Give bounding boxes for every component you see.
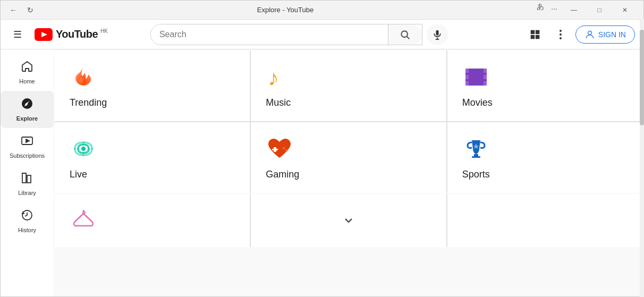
svg-rect-9 (531, 35, 535, 39)
app-shell: ☰ YouTube HK (1, 20, 643, 297)
microphone-button[interactable] (427, 24, 448, 45)
title-bar-nav: ← ↻ (7, 4, 37, 16)
svg-text:♪: ♪ (268, 65, 279, 90)
sidebar-history-label: History (18, 227, 36, 233)
sidebar-home-label: Home (19, 78, 35, 84)
sports-icon (462, 135, 490, 163)
empty-cell-3 (447, 194, 642, 247)
svg-point-2 (402, 31, 408, 37)
scrollbar[interactable] (640, 49, 643, 297)
logo-text: YouTube (56, 28, 98, 40)
svg-rect-37 (474, 154, 478, 156)
sidebar-item-explore[interactable]: Explore (1, 91, 54, 128)
close-button[interactable]: ✕ (613, 1, 637, 20)
sidebar-item-home[interactable]: Home (1, 54, 54, 91)
maximize-button[interactable]: □ (587, 1, 612, 20)
live-label: Live (70, 169, 235, 180)
window-controls: あ ... — □ ✕ (534, 1, 637, 20)
grid-button[interactable] (524, 24, 546, 45)
tab-title: Explore - YouTube (37, 6, 534, 14)
music-label: Music (266, 97, 431, 108)
search-area (150, 24, 448, 45)
music-icon: ♪ (266, 63, 293, 91)
svg-rect-34 (272, 149, 278, 150)
svg-point-35 (283, 147, 285, 149)
logo-icon (35, 28, 53, 41)
sidebar-explore-label: Explore (16, 115, 38, 122)
svg-rect-7 (531, 30, 535, 34)
movies-icon (462, 63, 490, 91)
category-live[interactable]: Live (55, 122, 250, 193)
svg-rect-8 (536, 30, 540, 34)
svg-line-3 (407, 36, 410, 39)
logo-region: HK (100, 28, 108, 34)
svg-rect-26 (465, 69, 469, 73)
svg-rect-19 (22, 173, 26, 183)
movies-label: Movies (462, 97, 628, 108)
header-right: SIGN IN (524, 24, 635, 45)
more-button[interactable]: ... (548, 1, 561, 13)
svg-rect-31 (484, 81, 487, 86)
youtube-logo[interactable]: YouTube HK (35, 28, 108, 41)
sidebar-library-label: Library (18, 190, 36, 196)
gaming-label: Gaming (266, 169, 431, 180)
partial-row (55, 194, 642, 247)
sign-in-button[interactable]: SIGN IN (575, 26, 635, 44)
sports-label: Sports (462, 169, 628, 180)
svg-point-32 (81, 147, 86, 151)
svg-point-12 (560, 33, 562, 36)
history-icon (21, 209, 33, 225)
main-content: Home Explore Subscript (1, 49, 643, 297)
hamburger-button[interactable]: ☰ (9, 24, 26, 45)
scroll-down-indicator[interactable] (251, 194, 446, 247)
svg-marker-18 (26, 139, 29, 142)
header: ☰ YouTube HK (1, 20, 643, 49)
category-movies[interactable]: Movies (447, 50, 642, 121)
content-area: Trending ♪ Music (54, 49, 643, 297)
live-icon (70, 135, 97, 163)
sign-in-label: SIGN IN (598, 30, 626, 39)
explore-icon (21, 97, 33, 113)
svg-point-36 (285, 149, 287, 151)
svg-rect-29 (484, 69, 487, 73)
svg-rect-27 (465, 75, 469, 79)
minimize-button[interactable]: — (562, 1, 586, 20)
title-bar: ← ↻ Explore - YouTube あ ... — □ ✕ (1, 1, 643, 20)
sidebar-item-history[interactable]: History (1, 202, 54, 240)
scrollbar-thumb[interactable] (640, 49, 643, 125)
library-icon (21, 172, 33, 188)
sidebar-item-library[interactable]: Library (1, 165, 54, 202)
svg-point-14 (588, 31, 592, 35)
fashion-icon (70, 207, 97, 234)
sidebar: Home Explore Subscript (1, 49, 54, 297)
svg-point-23 (79, 78, 83, 83)
back-button[interactable]: ← (7, 4, 20, 16)
svg-rect-20 (27, 175, 31, 183)
svg-rect-28 (465, 81, 469, 86)
refresh-button[interactable]: ↻ (24, 4, 37, 16)
search-form (150, 24, 422, 45)
category-sports[interactable]: Sports (447, 122, 642, 193)
more-options-button[interactable] (550, 24, 571, 45)
search-input[interactable] (151, 24, 388, 45)
trending-icon (70, 63, 97, 91)
svg-rect-10 (536, 35, 540, 39)
category-fashion[interactable] (55, 194, 250, 247)
search-button[interactable] (388, 24, 422, 45)
svg-point-11 (560, 30, 562, 32)
svg-rect-4 (436, 30, 438, 35)
svg-point-13 (560, 37, 562, 39)
category-trending[interactable]: Trending (55, 50, 250, 121)
home-icon (21, 60, 33, 76)
category-gaming[interactable]: Gaming (251, 122, 446, 193)
svg-rect-30 (484, 75, 487, 79)
svg-rect-38 (472, 156, 480, 158)
category-music[interactable]: ♪ Music (251, 50, 446, 121)
sidebar-item-subscriptions[interactable]: Subscriptions (1, 128, 54, 165)
gaming-icon (266, 135, 293, 163)
sidebar-subscriptions-label: Subscriptions (10, 152, 45, 159)
categories-grid: Trending ♪ Music (55, 50, 642, 193)
subscriptions-icon (21, 134, 33, 150)
settings-button[interactable]: あ (534, 1, 547, 13)
trending-label: Trending (70, 97, 235, 108)
